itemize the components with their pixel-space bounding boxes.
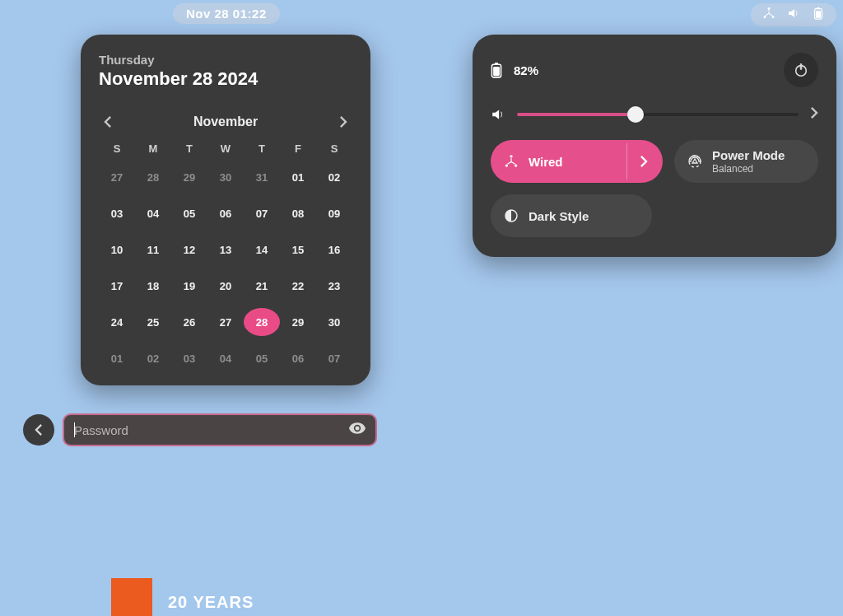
volume-slider[interactable]	[517, 113, 799, 116]
calendar-next-month[interactable]	[334, 113, 352, 131]
calendar-day[interactable]: 02	[135, 344, 171, 372]
calendar-day[interactable]: 16	[316, 236, 352, 264]
calendar-day[interactable]: 08	[280, 199, 316, 227]
battery-icon	[812, 7, 825, 23]
dark-style-toggle[interactable]: Dark Style	[491, 194, 652, 237]
calendar-day[interactable]: 03	[99, 199, 135, 227]
calendar-day[interactable]: 26	[171, 308, 207, 336]
calendar-day[interactable]: 22	[280, 272, 316, 300]
calendar-week-row: 27282930310102	[99, 163, 352, 191]
svg-rect-5	[493, 67, 500, 76]
calendar-dow: T	[171, 142, 207, 155]
calendar-day[interactable]: 03	[171, 344, 207, 372]
calendar-dow: S	[316, 142, 352, 155]
calendar-dow: F	[280, 142, 316, 155]
power-mode-value: Balanced	[712, 163, 785, 175]
password-input[interactable]	[74, 423, 349, 437]
power-mode-label: Power Mode	[712, 148, 785, 162]
anniversary-text: 20 YEARS	[168, 593, 254, 612]
svg-rect-2	[816, 11, 821, 17]
system-tray[interactable]	[751, 3, 836, 26]
quick-settings-popover: 82% Wired Power Mode Balanced	[473, 35, 836, 257]
wired-network-icon	[504, 154, 519, 169]
calendar-day[interactable]: 30	[316, 308, 352, 336]
power-mode-toggle[interactable]: Power Mode Balanced	[674, 140, 818, 183]
calendar-week-row: 17181920212223	[99, 272, 352, 300]
network-icon	[762, 7, 775, 23]
calendar-popover: Thursday November 28 2024 November SMTWT…	[81, 35, 370, 385]
wired-label: Wired	[529, 155, 563, 169]
calendar-day[interactable]: 12	[171, 236, 207, 264]
back-button[interactable]	[23, 414, 54, 446]
svg-rect-7	[800, 63, 802, 69]
calendar-day[interactable]: 29	[171, 163, 207, 191]
ubuntu-logo	[111, 578, 152, 616]
calendar-dow: W	[207, 142, 244, 155]
calendar-day[interactable]: 27	[99, 163, 135, 191]
volume-more-button[interactable]	[810, 107, 818, 122]
calendar-day[interactable]: 04	[135, 199, 171, 227]
calendar-week-row: 10111213141516	[99, 236, 352, 264]
text-cursor	[74, 422, 75, 437]
dark-mode-icon	[504, 208, 519, 223]
calendar-day[interactable]: 18	[135, 272, 171, 300]
calendar-day[interactable]: 15	[280, 236, 316, 264]
password-row	[23, 413, 377, 446]
calendar-day[interactable]: 17	[99, 272, 135, 300]
calendar-day[interactable]: 09	[316, 199, 352, 227]
network-wired-toggle[interactable]: Wired	[491, 140, 663, 183]
calendar-dow: M	[135, 142, 171, 155]
calendar-day[interactable]: 23	[316, 272, 352, 300]
calendar-dow: S	[99, 142, 135, 155]
calendar-day[interactable]: 05	[171, 199, 207, 227]
calendar-day[interactable]: 30	[207, 163, 244, 191]
calendar-month-label: November	[193, 114, 258, 129]
calendar-dow-header: SMTWTFS	[99, 142, 352, 155]
wired-submenu-arrow[interactable]	[626, 143, 659, 180]
volume-icon	[787, 7, 800, 23]
calendar-day[interactable]: 04	[207, 344, 244, 372]
power-icon	[794, 63, 808, 77]
calendar-day[interactable]: 13	[207, 236, 244, 264]
calendar-day[interactable]: 10	[99, 236, 135, 264]
volume-slider-thumb[interactable]	[627, 106, 644, 123]
battery-percent: 82%	[514, 63, 538, 77]
calendar-day[interactable]: 19	[171, 272, 207, 300]
calendar-week-row: 03040506070809	[99, 199, 352, 227]
gauge-icon	[687, 154, 702, 169]
svg-rect-1	[817, 7, 820, 9]
calendar-day[interactable]: 06	[280, 344, 316, 372]
battery-status[interactable]: 82%	[491, 62, 538, 78]
calendar-day[interactable]: 05	[244, 344, 280, 372]
calendar-day[interactable]: 01	[280, 163, 316, 191]
calendar-day[interactable]: 27	[207, 308, 244, 336]
dark-style-label: Dark Style	[529, 209, 589, 223]
calendar-day-today[interactable]: 28	[244, 308, 280, 336]
calendar-day[interactable]: 28	[135, 163, 171, 191]
calendar-day[interactable]: 07	[316, 344, 352, 372]
calendar-weekday: Thursday	[99, 53, 352, 67]
svg-rect-4	[495, 63, 498, 64]
calendar-day[interactable]: 21	[244, 272, 280, 300]
password-field[interactable]	[63, 413, 377, 446]
calendar-day[interactable]: 14	[244, 236, 280, 264]
calendar-day[interactable]: 11	[135, 236, 171, 264]
calendar-day[interactable]: 01	[99, 344, 135, 372]
calendar-day[interactable]: 20	[207, 272, 244, 300]
calendar-prev-month[interactable]	[99, 113, 117, 131]
calendar-day[interactable]: 31	[244, 163, 280, 191]
power-button[interactable]	[784, 53, 818, 87]
calendar-day[interactable]: 25	[135, 308, 171, 336]
reveal-password-icon[interactable]	[349, 422, 366, 438]
calendar-day[interactable]: 07	[244, 199, 280, 227]
battery-icon	[491, 62, 502, 78]
calendar-day[interactable]: 29	[280, 308, 316, 336]
calendar-week-row: 24252627282930	[99, 308, 352, 336]
calendar-full-date: November 28 2024	[99, 68, 352, 90]
calendar-dow: T	[244, 142, 280, 155]
calendar-day[interactable]: 02	[316, 163, 352, 191]
topbar-clock[interactable]: Nov 28 01:22	[173, 3, 280, 24]
calendar-day[interactable]: 06	[207, 199, 244, 227]
calendar-week-row: 01020304050607	[99, 344, 352, 372]
calendar-day[interactable]: 24	[99, 308, 135, 336]
